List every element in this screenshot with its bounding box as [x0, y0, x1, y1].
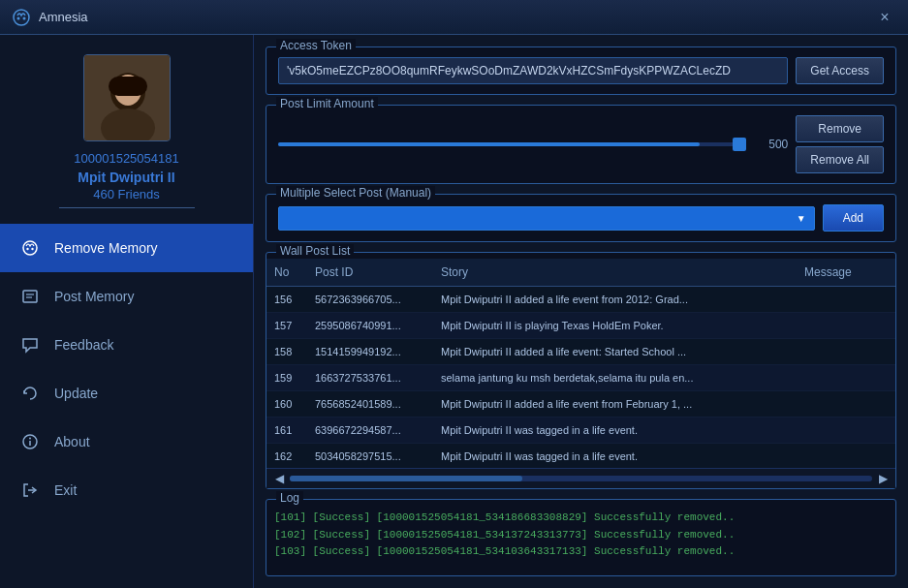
- sidebar-item-exit[interactable]: Exit: [0, 466, 253, 514]
- table-header: No Post ID Story Message: [266, 259, 895, 287]
- post-limit-slider[interactable]: [278, 135, 746, 154]
- about-label: About: [54, 434, 90, 449]
- feedback-icon: [19, 334, 41, 356]
- remove-all-button[interactable]: Remove All: [796, 146, 884, 173]
- table-cell-0: 162: [266, 448, 307, 465]
- table-row[interactable]: 1591663727533761...selama jantung ku msh…: [266, 365, 895, 391]
- table-cell-0: 159: [266, 369, 307, 387]
- sidebar-divider: [59, 207, 195, 208]
- nav-items: Remove Memory Post Memory: [0, 224, 253, 588]
- log-section: Log [101] [Success] [100001525054181_534…: [266, 499, 896, 576]
- slider-track: [278, 142, 746, 146]
- sidebar-item-feedback[interactable]: Feedback: [0, 321, 253, 369]
- table-cell-1: 6396672294587...: [307, 421, 433, 439]
- table-cell-0: 158: [266, 343, 307, 360]
- table-body[interactable]: 1565672363966705...Mpit Dwiputri II adde…: [266, 287, 895, 468]
- post-limit-group: Post Limit Amount 500 Remove Remove All: [266, 105, 896, 184]
- table-cell-1: 5672363966705...: [307, 291, 433, 308]
- table-cell-2: Mpit Dwiputri II added a life event from…: [433, 395, 808, 413]
- table-row[interactable]: 1616396672294587...Mpit Dwiputri II was …: [266, 418, 895, 444]
- svg-point-1: [17, 16, 20, 19]
- sidebar-item-update[interactable]: Update: [0, 369, 253, 418]
- post-memory-label: Post Memory: [54, 289, 134, 304]
- access-token-row: Get Access: [278, 57, 884, 84]
- table-cell-3: [808, 421, 895, 439]
- user-id: 100001525054181: [74, 151, 178, 166]
- sidebar-item-remove-memory[interactable]: Remove Memory: [0, 224, 253, 272]
- post-limit-label: Post Limit Amount: [276, 97, 378, 110]
- table-cell-1: 5034058297515...: [307, 448, 433, 465]
- horizontal-scroll[interactable]: ◀ ▶: [266, 468, 895, 488]
- table-cell-3: [808, 317, 895, 334]
- svg-point-16: [29, 438, 31, 440]
- table-cell-1: 1663727533761...: [307, 369, 433, 387]
- remove-memory-icon: [19, 237, 41, 259]
- wall-post-section: Wall Post List No Post ID Story Message …: [266, 252, 896, 489]
- log-line: [103] [Success] [100001525054181_5341036…: [274, 543, 888, 561]
- table-cell-3: [808, 369, 895, 387]
- update-icon: [19, 383, 41, 404]
- get-access-button[interactable]: Get Access: [796, 57, 884, 84]
- token-input[interactable]: [278, 57, 788, 84]
- table-row[interactable]: 1625034058297515...Mpit Dwiputri II was …: [266, 444, 895, 468]
- scroll-right-button[interactable]: ▶: [876, 472, 890, 485]
- table-cell-0: 157: [266, 317, 307, 334]
- log-line: [102] [Success] [100001525054181_5341372…: [274, 527, 888, 544]
- app-title: Amnesia: [39, 10, 873, 24]
- sidebar-item-post-memory[interactable]: Post Memory: [0, 272, 253, 321]
- table-cell-3: [808, 448, 895, 465]
- content-area: Access Token Get Access Post Limit Amoun…: [254, 35, 908, 588]
- app-icon: [12, 8, 31, 27]
- post-limit-row: 500 Remove Remove All: [278, 115, 884, 173]
- multiple-select-group: Multiple Select Post (Manual) ▼ Add: [266, 194, 896, 242]
- table-cell-3: [808, 395, 895, 413]
- table-row[interactable]: 1572595086740991...Mpit Dwiputri II is p…: [266, 313, 895, 339]
- h-scroll-thumb: [290, 476, 522, 481]
- log-label: Log: [276, 491, 303, 505]
- avatar: [83, 54, 171, 141]
- svg-point-10: [31, 248, 33, 250]
- log-content: [101] [Success] [100001525054181_5341866…: [266, 506, 895, 575]
- limit-value: 500: [754, 138, 788, 151]
- table-cell-0: 160: [266, 395, 307, 413]
- table-cell-2: Mpit Dwiputri II was tagged in a life ev…: [433, 421, 808, 439]
- col-message: Message: [797, 263, 884, 281]
- sidebar: 100001525054181 Mpit Dwiputri II 460 Fri…: [0, 35, 254, 588]
- col-post-id: Post ID: [307, 263, 433, 281]
- select-row: ▼ Add: [278, 204, 884, 232]
- about-icon: [19, 431, 41, 452]
- slider-fill: [278, 142, 700, 146]
- add-button[interactable]: Add: [823, 204, 884, 232]
- svg-rect-11: [23, 291, 37, 302]
- update-label: Update: [54, 386, 98, 401]
- main-layout: 100001525054181 Mpit Dwiputri II 460 Fri…: [0, 35, 908, 588]
- scroll-left-button[interactable]: ◀: [272, 472, 286, 485]
- post-memory-icon: [19, 286, 41, 307]
- svg-point-8: [23, 241, 37, 255]
- table-cell-3: [808, 291, 895, 308]
- svg-rect-7: [109, 77, 147, 96]
- feedback-label: Feedback: [54, 337, 113, 353]
- col-story: Story: [433, 263, 797, 281]
- table-row[interactable]: 1607656852401589...Mpit Dwiputri II adde…: [266, 391, 895, 418]
- sidebar-item-about[interactable]: About: [0, 418, 253, 466]
- table-cell-3: [808, 343, 895, 360]
- remove-memory-label: Remove Memory: [54, 240, 158, 256]
- title-bar: Amnesia ×: [0, 0, 908, 35]
- wall-post-box: Wall Post List No Post ID Story Message …: [266, 252, 896, 489]
- table-cell-2: Mpit Dwiputri II added a life event: Sta…: [433, 343, 808, 360]
- chevron-down-icon: ▼: [797, 213, 806, 224]
- table-cell-1: 1514159949192...: [307, 343, 433, 360]
- table-row[interactable]: 1565672363966705...Mpit Dwiputri II adde…: [266, 287, 895, 313]
- table-row[interactable]: 1581514159949192...Mpit Dwiputri II adde…: [266, 339, 895, 365]
- access-token-group: Access Token Get Access: [266, 46, 896, 95]
- post-dropdown[interactable]: ▼: [278, 206, 815, 231]
- table-cell-1: 7656852401589...: [307, 395, 433, 413]
- close-button[interactable]: ×: [873, 6, 896, 29]
- h-scroll-track: [290, 476, 872, 481]
- table-cell-1: 2595086740991...: [307, 317, 433, 334]
- remove-button[interactable]: Remove: [796, 115, 884, 142]
- post-table: No Post ID Story Message 156567236396670…: [266, 259, 895, 468]
- col-no: No: [266, 263, 307, 281]
- multiple-select-label: Multiple Select Post (Manual): [276, 186, 435, 200]
